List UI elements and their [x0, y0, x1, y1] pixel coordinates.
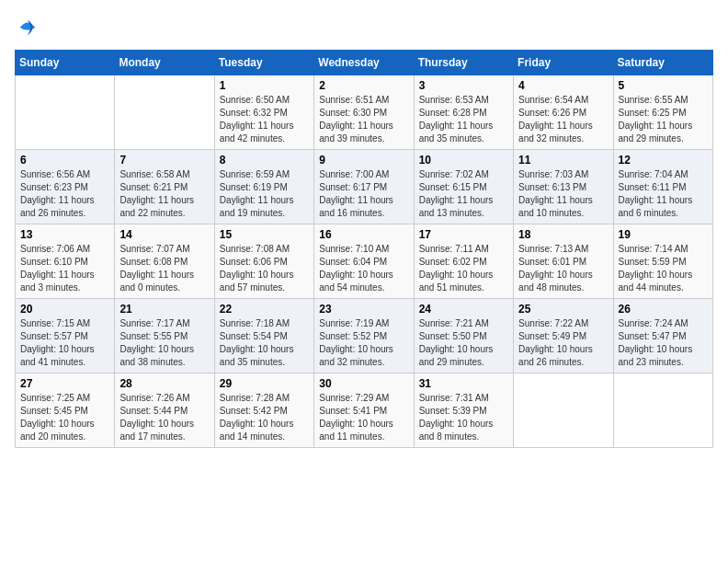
week-row-2: 6Sunrise: 6:56 AM Sunset: 6:23 PM Daylig… [16, 150, 713, 224]
day-cell: 1Sunrise: 6:50 AM Sunset: 6:32 PM Daylig… [214, 75, 313, 150]
day-info: Sunrise: 7:14 AM Sunset: 5:59 PM Dayligh… [619, 243, 708, 294]
day-cell: 13Sunrise: 7:06 AM Sunset: 6:10 PM Dayli… [16, 224, 115, 299]
day-cell [115, 75, 214, 150]
day-info: Sunrise: 6:58 AM Sunset: 6:21 PM Dayligh… [119, 168, 209, 220]
day-cell: 9Sunrise: 7:00 AM Sunset: 6:17 PM Daylig… [314, 150, 414, 224]
week-row-5: 27Sunrise: 7:25 AM Sunset: 5:45 PM Dayli… [16, 373, 713, 448]
day-info: Sunrise: 7:02 AM Sunset: 6:15 PM Dayligh… [419, 168, 508, 220]
day-info: Sunrise: 7:10 AM Sunset: 6:04 PM Dayligh… [319, 243, 408, 294]
day-cell: 27Sunrise: 7:25 AM Sunset: 5:45 PM Dayli… [16, 373, 115, 448]
day-number: 10 [419, 154, 508, 167]
day-cell: 12Sunrise: 7:04 AM Sunset: 6:11 PM Dayli… [613, 150, 712, 224]
day-info: Sunrise: 6:59 AM Sunset: 6:19 PM Dayligh… [220, 168, 309, 220]
logo [15, 15, 44, 40]
day-info: Sunrise: 6:56 AM Sunset: 6:23 PM Dayligh… [20, 168, 109, 220]
calendar-header-row: SundayMondayTuesdayWednesdayThursdayFrid… [16, 51, 713, 75]
day-cell: 24Sunrise: 7:21 AM Sunset: 5:50 PM Dayli… [414, 299, 513, 373]
day-cell: 30Sunrise: 7:29 AM Sunset: 5:41 PM Dayli… [314, 373, 414, 448]
day-number: 17 [419, 228, 508, 241]
day-cell: 16Sunrise: 7:10 AM Sunset: 6:04 PM Dayli… [314, 224, 414, 299]
day-header-monday: Monday [115, 51, 214, 75]
day-number: 18 [518, 228, 608, 241]
week-row-4: 20Sunrise: 7:15 AM Sunset: 5:57 PM Dayli… [16, 299, 713, 373]
day-info: Sunrise: 6:53 AM Sunset: 6:28 PM Dayligh… [419, 94, 508, 145]
day-info: Sunrise: 7:28 AM Sunset: 5:42 PM Dayligh… [220, 392, 309, 443]
day-cell: 25Sunrise: 7:22 AM Sunset: 5:49 PM Dayli… [514, 299, 613, 373]
day-number: 1 [220, 79, 309, 92]
day-number: 4 [518, 79, 608, 92]
day-number: 6 [20, 154, 109, 167]
day-cell: 28Sunrise: 7:26 AM Sunset: 5:44 PM Dayli… [115, 373, 214, 448]
day-cell [16, 75, 115, 150]
day-cell: 21Sunrise: 7:17 AM Sunset: 5:55 PM Dayli… [115, 299, 214, 373]
day-cell: 7Sunrise: 6:58 AM Sunset: 6:21 PM Daylig… [115, 150, 214, 224]
day-cell: 22Sunrise: 7:18 AM Sunset: 5:54 PM Dayli… [214, 299, 313, 373]
day-cell: 5Sunrise: 6:55 AM Sunset: 6:25 PM Daylig… [613, 75, 712, 150]
day-cell: 3Sunrise: 6:53 AM Sunset: 6:28 PM Daylig… [414, 75, 513, 150]
day-cell: 14Sunrise: 7:07 AM Sunset: 6:08 PM Dayli… [115, 224, 214, 299]
day-number: 11 [518, 154, 608, 167]
day-cell: 6Sunrise: 6:56 AM Sunset: 6:23 PM Daylig… [16, 150, 115, 224]
day-info: Sunrise: 7:15 AM Sunset: 5:57 PM Dayligh… [20, 317, 109, 369]
day-number: 15 [220, 228, 309, 241]
day-header-tuesday: Tuesday [214, 51, 313, 75]
day-cell: 29Sunrise: 7:28 AM Sunset: 5:42 PM Dayli… [214, 373, 313, 448]
day-cell: 18Sunrise: 7:13 AM Sunset: 6:01 PM Dayli… [514, 224, 613, 299]
day-info: Sunrise: 7:13 AM Sunset: 6:01 PM Dayligh… [518, 243, 608, 294]
day-info: Sunrise: 7:24 AM Sunset: 5:47 PM Dayligh… [619, 317, 708, 369]
day-cell: 8Sunrise: 6:59 AM Sunset: 6:19 PM Daylig… [214, 150, 313, 224]
day-number: 21 [119, 303, 209, 316]
day-number: 23 [319, 303, 408, 316]
day-number: 24 [419, 303, 508, 316]
day-header-friday: Friday [514, 51, 613, 75]
day-cell: 19Sunrise: 7:14 AM Sunset: 5:59 PM Dayli… [613, 224, 712, 299]
day-info: Sunrise: 7:26 AM Sunset: 5:44 PM Dayligh… [119, 392, 209, 443]
day-info: Sunrise: 7:00 AM Sunset: 6:17 PM Dayligh… [319, 168, 408, 220]
day-number: 3 [419, 79, 508, 92]
day-info: Sunrise: 7:21 AM Sunset: 5:50 PM Dayligh… [419, 317, 508, 369]
week-row-1: 1Sunrise: 6:50 AM Sunset: 6:32 PM Daylig… [16, 75, 713, 150]
day-info: Sunrise: 7:29 AM Sunset: 5:41 PM Dayligh… [319, 392, 408, 443]
day-header-wednesday: Wednesday [314, 51, 414, 75]
day-number: 27 [20, 377, 109, 390]
day-cell: 20Sunrise: 7:15 AM Sunset: 5:57 PM Dayli… [16, 299, 115, 373]
day-info: Sunrise: 7:08 AM Sunset: 6:06 PM Dayligh… [220, 243, 309, 294]
day-info: Sunrise: 7:11 AM Sunset: 6:02 PM Dayligh… [419, 243, 508, 294]
day-number: 28 [119, 377, 209, 390]
day-info: Sunrise: 7:18 AM Sunset: 5:54 PM Dayligh… [220, 317, 309, 369]
calendar: SundayMondayTuesdayWednesdayThursdayFrid… [15, 50, 713, 448]
day-number: 7 [119, 154, 209, 167]
day-cell: 10Sunrise: 7:02 AM Sunset: 6:15 PM Dayli… [414, 150, 513, 224]
day-info: Sunrise: 7:25 AM Sunset: 5:45 PM Dayligh… [20, 392, 109, 443]
day-number: 9 [319, 154, 408, 167]
day-info: Sunrise: 6:50 AM Sunset: 6:32 PM Dayligh… [220, 94, 309, 145]
day-number: 20 [20, 303, 109, 316]
day-info: Sunrise: 7:07 AM Sunset: 6:08 PM Dayligh… [119, 243, 209, 294]
day-number: 5 [619, 79, 708, 92]
logo-icon [15, 15, 40, 40]
day-header-sunday: Sunday [16, 51, 115, 75]
day-number: 25 [518, 303, 608, 316]
day-number: 19 [619, 228, 708, 241]
day-info: Sunrise: 7:06 AM Sunset: 6:10 PM Dayligh… [20, 243, 109, 294]
day-cell: 31Sunrise: 7:31 AM Sunset: 5:39 PM Dayli… [414, 373, 513, 448]
day-info: Sunrise: 7:22 AM Sunset: 5:49 PM Dayligh… [518, 317, 608, 369]
day-number: 12 [619, 154, 708, 167]
day-number: 26 [619, 303, 708, 316]
day-number: 8 [220, 154, 309, 167]
day-info: Sunrise: 7:03 AM Sunset: 6:13 PM Dayligh… [518, 168, 608, 220]
day-number: 2 [319, 79, 408, 92]
day-cell: 2Sunrise: 6:51 AM Sunset: 6:30 PM Daylig… [314, 75, 414, 150]
day-cell: 11Sunrise: 7:03 AM Sunset: 6:13 PM Dayli… [514, 150, 613, 224]
day-info: Sunrise: 7:04 AM Sunset: 6:11 PM Dayligh… [619, 168, 708, 220]
day-number: 13 [20, 228, 109, 241]
day-number: 14 [119, 228, 209, 241]
day-info: Sunrise: 6:55 AM Sunset: 6:25 PM Dayligh… [619, 94, 708, 145]
day-cell: 26Sunrise: 7:24 AM Sunset: 5:47 PM Dayli… [613, 299, 712, 373]
day-cell: 15Sunrise: 7:08 AM Sunset: 6:06 PM Dayli… [214, 224, 313, 299]
page-header [15, 15, 713, 40]
day-number: 29 [220, 377, 309, 390]
day-header-thursday: Thursday [414, 51, 513, 75]
day-info: Sunrise: 7:31 AM Sunset: 5:39 PM Dayligh… [419, 392, 508, 443]
day-number: 31 [419, 377, 508, 390]
